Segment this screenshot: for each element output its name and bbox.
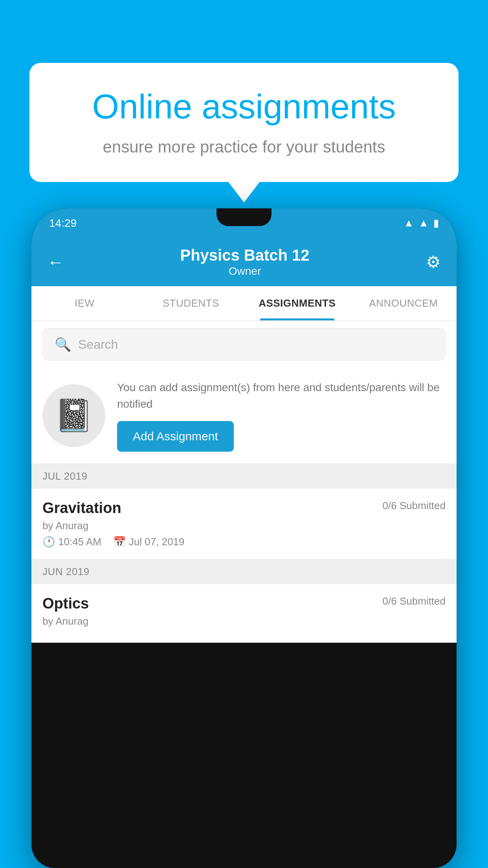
owner-subtitle: Owner	[180, 265, 309, 278]
add-assignment-content: You can add assignment(s) from here and …	[117, 379, 446, 452]
add-assignment-description: You can add assignment(s) from here and …	[117, 379, 446, 412]
section-header-jun: JUN 2019	[31, 559, 457, 584]
section-header-jul: JUL 2019	[31, 464, 457, 489]
search-placeholder: Search	[78, 337, 118, 352]
clock-icon: 🕐	[42, 536, 55, 548]
tabs-bar: IEW STUDENTS ASSIGNMENTS ANNOUNCEM	[31, 286, 457, 321]
notebook-icon: 📓	[54, 397, 94, 434]
batch-title: Physics Batch 12	[180, 246, 309, 264]
search-bar-container: 🔍 Search	[31, 321, 457, 368]
assignment-name-optics: Optics	[42, 595, 89, 612]
app-header: ← Physics Batch 12 Owner ⚙	[31, 238, 457, 286]
status-time: 14:29	[49, 217, 77, 230]
assignment-date-gravitation: Jul 07, 2019	[129, 536, 185, 548]
status-bar: 14:29 ▲ ▲ ▮	[31, 208, 457, 238]
assignment-item-top: Gravitation 0/6 Submitted	[42, 500, 446, 517]
back-button[interactable]: ←	[47, 253, 64, 272]
assignment-icon-circle: 📓	[42, 384, 105, 447]
assignment-submitted-gravitation: 0/6 Submitted	[383, 500, 446, 512]
add-assignment-button[interactable]: Add Assignment	[117, 421, 234, 452]
speech-bubble-subtitle: ensure more practice for your students	[57, 138, 431, 156]
wifi-icon: ▲	[404, 217, 414, 229]
assignment-name-gravitation: Gravitation	[42, 500, 121, 517]
tab-iew[interactable]: IEW	[31, 286, 138, 320]
signal-icon: ▲	[418, 217, 429, 229]
calendar-icon: 📅	[113, 536, 126, 548]
battery-icon: ▮	[433, 217, 439, 229]
tab-announcements[interactable]: ANNOUNCEM	[350, 286, 457, 320]
assignment-submitted-optics: 0/6 Submitted	[383, 595, 446, 607]
assignment-by-optics: by Anurag	[42, 615, 446, 627]
tab-students[interactable]: STUDENTS	[138, 286, 244, 320]
speech-bubble-title: Online assignments	[57, 86, 431, 127]
assignment-by-gravitation: by Anurag	[42, 520, 446, 532]
assignment-time-gravitation: 10:45 AM	[58, 536, 101, 548]
assignment-item-optics[interactable]: Optics 0/6 Submitted by Anurag	[31, 584, 457, 643]
add-assignment-banner: 📓 You can add assignment(s) from here an…	[31, 368, 457, 464]
meta-date-gravitation: 📅 Jul 07, 2019	[113, 536, 185, 548]
search-bar[interactable]: 🔍 Search	[42, 328, 446, 360]
section-label-jun: JUN 2019	[42, 566, 90, 577]
settings-icon[interactable]: ⚙	[426, 252, 441, 272]
section-label-jul: JUL 2019	[42, 470, 87, 482]
phone-screen: 🔍 Search 📓 You can add assignment(s) fro…	[31, 321, 457, 643]
header-title-block: Physics Batch 12 Owner	[180, 246, 309, 278]
status-icons: ▲ ▲ ▮	[404, 217, 439, 229]
assignment-item-top-optics: Optics 0/6 Submitted	[42, 595, 446, 612]
speech-bubble: Online assignments ensure more practice …	[29, 63, 459, 182]
tab-assignments[interactable]: ASSIGNMENTS	[244, 286, 350, 320]
assignment-meta-gravitation: 🕐 10:45 AM 📅 Jul 07, 2019	[42, 536, 446, 548]
meta-time-gravitation: 🕐 10:45 AM	[42, 536, 101, 548]
assignment-item-gravitation[interactable]: Gravitation 0/6 Submitted by Anurag 🕐 10…	[31, 489, 457, 559]
speech-bubble-container: Online assignments ensure more practice …	[29, 63, 459, 182]
phone-frame: 14:29 ▲ ▲ ▮ ← Physics Batch 12 Owner ⚙ I…	[31, 208, 457, 868]
search-icon: 🔍	[55, 337, 71, 352]
